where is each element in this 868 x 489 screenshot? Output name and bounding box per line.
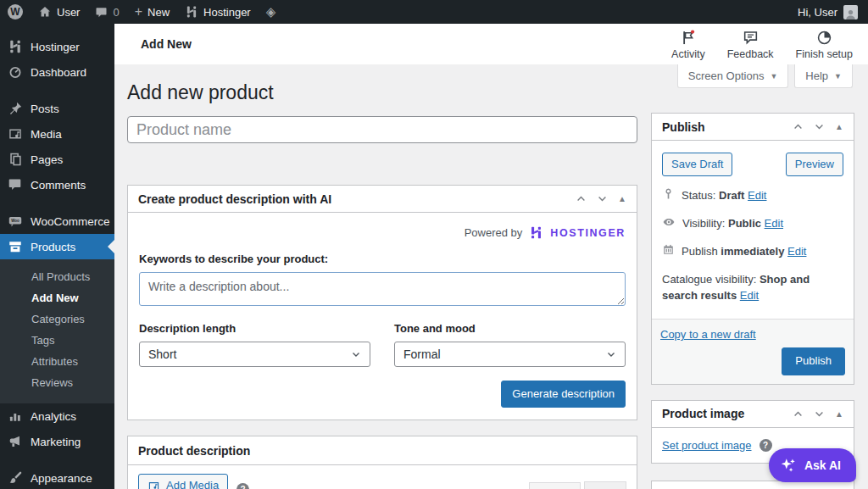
finish-setup-label: Finish setup bbox=[796, 48, 853, 60]
catalogue-label: Catalogue visibility: bbox=[662, 273, 756, 286]
brush-icon bbox=[8, 470, 23, 486]
site-link[interactable]: User bbox=[31, 0, 87, 24]
woocommerce-icon: Woo bbox=[8, 214, 23, 229]
activity-flag-icon bbox=[679, 29, 697, 47]
toggle-panel-icon[interactable]: ▲ bbox=[835, 122, 843, 131]
product-name-input[interactable] bbox=[127, 116, 637, 143]
sidebar-item-woocommerce[interactable]: Woo WooCommerce bbox=[0, 208, 114, 234]
sidebar-item-label: Analytics bbox=[31, 410, 76, 423]
comments-link[interactable]: 0 bbox=[87, 0, 126, 24]
hostinger-adminbar-link[interactable]: Hostinger bbox=[177, 0, 259, 24]
chevron-down-icon bbox=[605, 348, 617, 360]
ai-panel-header[interactable]: Create product description with AI ▲ bbox=[128, 186, 637, 213]
hostinger-label: Hostinger bbox=[203, 6, 251, 19]
admin-bar-account[interactable]: Hi, User bbox=[787, 5, 868, 19]
sidebar-item-products[interactable]: Products bbox=[0, 234, 114, 259]
order-up-icon[interactable] bbox=[793, 121, 804, 132]
sidebar-item-comments[interactable]: Comments bbox=[0, 172, 114, 197]
catalogue-visibility-row: Catalogue visibility: Shop and search re… bbox=[662, 272, 843, 304]
save-draft-button[interactable]: Save Draft bbox=[662, 153, 732, 176]
activity-button[interactable]: Activity bbox=[671, 29, 705, 60]
visibility-label: Visibility: bbox=[682, 217, 725, 230]
sidebar-item-hostinger[interactable]: Hostinger bbox=[0, 34, 114, 59]
product-image-header[interactable]: Product image ▲ bbox=[652, 401, 854, 428]
feedback-button[interactable]: Feedback bbox=[727, 29, 774, 60]
sidebar-item-media[interactable]: Media bbox=[0, 121, 114, 147]
sidebar-item-posts[interactable]: Posts bbox=[0, 96, 114, 121]
chevron-down-icon: ▼ bbox=[770, 72, 777, 81]
toggle-panel-icon[interactable]: ▲ bbox=[618, 194, 626, 203]
help-tab[interactable]: Help ▼ bbox=[794, 64, 853, 88]
submenu-all-products[interactable]: All Products bbox=[0, 266, 114, 287]
new-menu[interactable]: + New bbox=[127, 0, 177, 24]
add-media-icon bbox=[147, 480, 160, 489]
order-up-icon[interactable] bbox=[576, 193, 587, 204]
wordpress-menu[interactable]: W bbox=[0, 0, 31, 24]
order-down-icon[interactable] bbox=[814, 408, 825, 420]
submenu-attributes[interactable]: Attributes bbox=[0, 351, 114, 372]
product-gallery-header[interactable]: Product gallery ▲ bbox=[652, 481, 854, 489]
pin-icon bbox=[8, 101, 23, 116]
sidebar-item-dashboard[interactable]: Dashboard bbox=[0, 59, 114, 85]
edit-visibility-link[interactable]: Edit bbox=[765, 217, 783, 230]
ask-ai-button[interactable]: Ask AI bbox=[769, 448, 856, 482]
tone-select[interactable]: Formal bbox=[394, 342, 626, 367]
sidebar-item-label: Pages bbox=[31, 153, 63, 166]
preview-button[interactable]: Preview bbox=[786, 153, 843, 176]
greeting-text: Hi, User bbox=[798, 6, 837, 19]
publish-button[interactable]: Publish bbox=[782, 347, 845, 375]
order-down-icon[interactable] bbox=[814, 121, 825, 132]
tab-text[interactable]: Text bbox=[584, 481, 626, 489]
submenu-reviews[interactable]: Reviews bbox=[0, 372, 114, 393]
pin-status-icon bbox=[662, 187, 675, 200]
sidebar-item-appearance[interactable]: Appearance bbox=[0, 465, 114, 489]
status-text: Status: Draft Edit bbox=[682, 188, 766, 204]
order-up-icon[interactable] bbox=[793, 408, 804, 420]
edit-catalogue-link[interactable]: Edit bbox=[740, 289, 759, 302]
page-title: Add new product bbox=[127, 81, 637, 104]
generate-description-button[interactable]: Generate description bbox=[501, 381, 626, 408]
submenu-add-new[interactable]: Add New bbox=[0, 287, 114, 308]
site-name: User bbox=[57, 6, 80, 19]
add-media-button[interactable]: Add Media bbox=[138, 474, 228, 489]
plugin-badge[interactable]: ◈ bbox=[259, 0, 284, 24]
help-icon[interactable]: ? bbox=[760, 439, 772, 452]
comments-count: 0 bbox=[113, 6, 119, 19]
chevron-down-icon bbox=[350, 348, 362, 360]
toggle-panel-icon[interactable]: ▲ bbox=[835, 409, 843, 419]
help-label: Help bbox=[805, 69, 828, 82]
home-icon bbox=[38, 5, 52, 19]
topbar-title: Add New bbox=[141, 37, 192, 51]
panel-handle-actions: ▲ bbox=[576, 193, 626, 204]
status-value: Draft bbox=[719, 189, 744, 202]
copy-to-draft-link[interactable]: Copy to a new draft bbox=[660, 328, 756, 341]
sidebar-item-label: Posts bbox=[31, 103, 59, 115]
help-icon[interactable]: ? bbox=[236, 483, 249, 489]
sidebar-item-analytics[interactable]: Analytics bbox=[0, 403, 114, 429]
submenu-tags[interactable]: Tags bbox=[0, 330, 114, 351]
tone-value: Formal bbox=[403, 347, 441, 361]
minor-publishing-actions: Save Draft Preview bbox=[662, 153, 843, 176]
menu-separator bbox=[0, 85, 114, 96]
ai-panel-body: Powered by HOSTINGER Keywords to describ… bbox=[128, 213, 637, 420]
length-label: Description length bbox=[139, 322, 370, 335]
edit-status-link[interactable]: Edit bbox=[748, 189, 766, 202]
status-row: Status: Draft Edit bbox=[662, 188, 843, 204]
length-select[interactable]: Short bbox=[139, 342, 370, 367]
progress-pie-icon bbox=[815, 29, 833, 47]
admin-bar-left: W User 0 + New Hostinger ◈ bbox=[0, 0, 283, 24]
keywords-textarea[interactable] bbox=[139, 272, 626, 306]
submenu-categories[interactable]: Categories bbox=[0, 308, 114, 330]
sidebar-item-pages[interactable]: Pages bbox=[0, 147, 114, 172]
analytics-icon bbox=[8, 408, 23, 424]
panel-handle-actions: ▲ bbox=[793, 121, 843, 132]
tab-visual[interactable]: Visual bbox=[529, 482, 581, 489]
order-down-icon[interactable] bbox=[597, 193, 608, 204]
publish-panel-header[interactable]: Publish ▲ bbox=[652, 114, 854, 141]
screen-options-tab[interactable]: Screen Options ▼ bbox=[677, 64, 789, 88]
edit-schedule-link[interactable]: Edit bbox=[787, 245, 806, 258]
finish-setup-button[interactable]: Finish setup bbox=[796, 29, 853, 60]
keywords-label: Keywords to describe your product: bbox=[139, 253, 626, 265]
sidebar-item-marketing[interactable]: Marketing bbox=[0, 429, 114, 454]
set-product-image-link[interactable]: Set product image bbox=[662, 439, 752, 452]
